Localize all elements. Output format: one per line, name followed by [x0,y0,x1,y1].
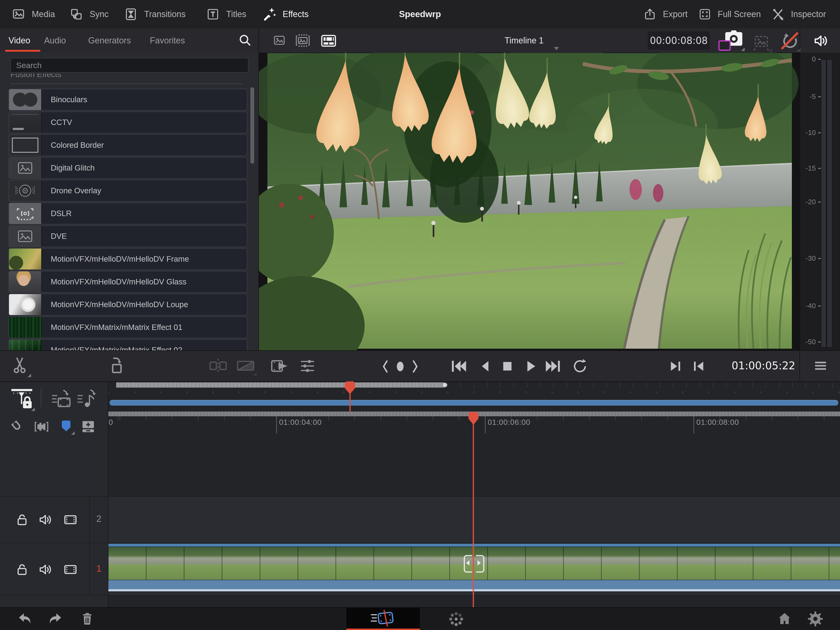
meter-tick: -5 [800,92,816,101]
cut-page-active-underline [346,628,420,630]
inspector-button[interactable]: Inspector [771,0,826,28]
track-1-number[interactable]: 1 [90,564,107,574]
settings-gear-button[interactable] [807,611,824,627]
insert-audio-icon[interactable] [76,389,99,408]
colored-border-thumb [9,135,42,156]
add-clip-icon[interactable] [81,419,96,434]
view-dual-timeline-icon[interactable] [320,34,338,48]
list-item[interactable]: MotionVFX/mHelloDV/mHelloDV Frame [8,248,247,270]
tab-audio[interactable]: Audio [44,28,66,53]
selection-follows-playhead-tool[interactable] [9,388,34,410]
undo-button[interactable] [17,611,33,627]
meter-tick: -50 [800,338,816,346]
list-item[interactable]: MotionVFX/mHelloDV/mHelloDV Loupe [8,294,247,315]
meter-bar-right [827,59,832,348]
source-overwrite-icon[interactable] [270,357,290,375]
track-1-lock-icon[interactable] [14,562,30,577]
mhellodv-frame-thumb [9,249,42,269]
fullscreen-button[interactable]: Full Screen [698,0,761,28]
color-page-tab[interactable] [448,611,465,628]
dve-thumb [9,226,42,247]
track-2-lane[interactable] [0,496,840,543]
track-2-visibility-icon[interactable] [62,512,79,527]
trim-arrow-left-icon [466,560,469,565]
snapping-magnet-icon[interactable] [9,419,25,434]
split-clip-icon[interactable] [208,357,229,375]
effects-bypass-icon[interactable] [780,31,800,50]
scrollbar-thumb[interactable] [250,87,254,164]
list-item[interactable]: Digital Glitch [8,157,247,179]
ruler-label: 01:00:06:00 [488,418,531,427]
playhead-stem[interactable] [473,423,474,607]
view-media-icon[interactable] [272,34,287,47]
insert-video-icon[interactable] [51,389,73,408]
list-item[interactable]: DSLR [8,203,247,225]
color-page-icon [448,611,465,628]
delete-button[interactable] [80,611,95,627]
drone-overlay-thumb [9,180,42,201]
meter-tick: -30 [800,254,816,262]
audio-meter: 0 -5 -10 -15 -20 -30 -40 -50 [800,53,840,350]
section-header-clipped: Fusion Effects [10,74,238,82]
minimap-subticks [108,391,840,393]
step-backward-icon[interactable] [691,358,707,374]
track-1-mute-icon[interactable] [38,562,54,577]
track-2-number[interactable]: 2 [90,514,107,524]
marker-flag-icon[interactable] [59,418,74,434]
list-item[interactable]: MotionVFX/mMatrix/mMatrix Effect 01 [8,317,247,338]
audio-monitor-icon[interactable] [813,32,830,49]
timeline-selector[interactable]: Timeline 1 [505,28,544,53]
minimap-rest [447,382,840,388]
minimap-clip-bar[interactable] [109,400,838,405]
app-window: Media Sync Transitions Titles Effects Sp… [0,0,840,630]
transition-dissolve-icon[interactable] [235,357,256,375]
cut-page-tab[interactable] [346,608,420,628]
timeline-dropdown-arrow[interactable] [554,47,559,50]
list-item[interactable]: MotionVFX/mHelloDV/mHelloDV Glass [8,271,247,293]
view-strip-icon[interactable] [294,33,311,48]
tab-favorites[interactable]: Favorites [150,28,185,53]
track-1-visibility-icon[interactable] [62,562,79,577]
search-icon[interactable] [238,33,252,47]
list-item[interactable]: Binoculars [8,89,247,111]
minimap-handle[interactable] [443,383,447,387]
timeline-clip[interactable] [108,544,840,591]
audio-waveform-view-icon[interactable] [33,419,50,434]
video-viewer[interactable] [259,53,800,350]
loop-button[interactable] [572,358,589,375]
track-number-divider [89,496,90,595]
tab-video[interactable]: Video [8,28,30,53]
camera-grab-button[interactable] [718,30,745,51]
play-reverse-button[interactable] [477,358,494,375]
meter-tick: -15 [800,164,816,172]
list-item[interactable]: CCTV [8,111,247,133]
play-button[interactable] [522,358,539,375]
track-2-lock-icon[interactable] [14,512,30,527]
home-button[interactable] [777,611,793,627]
redo-button[interactable] [47,611,63,627]
transform-icon[interactable] [751,33,772,51]
inspector-icon [771,7,785,21]
go-to-start-button[interactable] [450,358,467,375]
trim-arrow-right-icon [477,560,481,565]
overwrite-icon[interactable] [107,356,126,375]
track-2-mute-icon[interactable] [38,512,54,527]
in-out-point-control[interactable] [379,360,422,373]
list-item[interactable]: Colored Border [8,134,247,156]
list-item[interactable]: MotionVFX/mMatrix/mMatrix Effect 02 [8,339,247,350]
export-button[interactable]: Export [643,0,688,28]
go-to-end-button[interactable] [544,358,562,375]
cut-tool-icon[interactable] [10,356,29,375]
list-item[interactable]: DVE [8,225,247,247]
minimap-viewport-bar[interactable] [116,382,446,388]
tab-generators[interactable]: Generators [88,28,131,53]
meter-tick: -10 [800,128,816,137]
fullscreen-icon [698,8,712,21]
timeline-options-menu-icon[interactable] [813,358,828,373]
list-item[interactable]: Drone Overlay [8,180,247,202]
section-label[interactable]: Fusion Effects [10,74,238,79]
search-input[interactable] [10,58,248,73]
tools-mixer-icon[interactable] [298,357,317,375]
stop-button[interactable] [499,358,516,375]
step-forward-icon[interactable] [668,358,683,374]
